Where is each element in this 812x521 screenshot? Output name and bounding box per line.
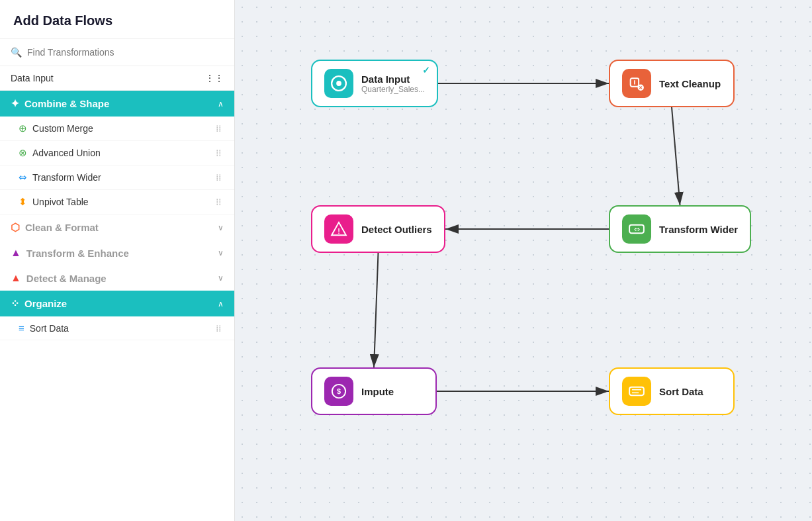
node-text-cleanup[interactable]: ✕Text Cleanup bbox=[609, 60, 735, 107]
section-header-organize[interactable]: ⁘Organize∧ bbox=[0, 291, 234, 316]
sections-container: ✦Combine & Shape∧⊕Custom Merge⁞⁞⊗Advance… bbox=[0, 91, 234, 340]
sidebar: Add Data Flows 🔍 Data Input ⋮⋮ ✦Combine … bbox=[0, 0, 235, 521]
node-title-detect-outliers: Detect Outliers bbox=[361, 224, 432, 235]
search-bar[interactable]: 🔍 bbox=[0, 39, 234, 66]
item-label-0: Sort Data bbox=[30, 323, 69, 334]
node-icon-detect-outliers: ! bbox=[324, 214, 353, 244]
node-title-transform-wider: Transform Wider bbox=[659, 224, 738, 235]
sidebar-item-transform-wider[interactable]: ⇔Transform Wider⁞⁞ bbox=[0, 166, 234, 190]
node-icon-transform-wider: ⇔ bbox=[622, 214, 651, 244]
section-label-detect-manage: Detect & Manage bbox=[26, 273, 107, 284]
sub-items-organize: ≡Sort Data⁞⁞ bbox=[0, 316, 234, 340]
section-label-transform-enhance: Transform & Enhance bbox=[26, 248, 129, 259]
sidebar-item-advanced-union[interactable]: ⊗Advanced Union⁞⁞ bbox=[0, 141, 234, 166]
node-text-transform-wider: Transform Wider bbox=[659, 224, 738, 235]
checkmark-icon: ✓ bbox=[422, 65, 430, 75]
sub-items-combine-shape: ⊕Custom Merge⁞⁞⊗Advanced Union⁞⁞⇔Transfo… bbox=[0, 117, 234, 214]
section-label-organize: Organize bbox=[24, 298, 67, 309]
item-drag-handle-1[interactable]: ⁞⁞ bbox=[216, 148, 221, 158]
item-icon-1: ⊗ bbox=[19, 147, 27, 159]
node-icon-sort-data bbox=[622, 377, 651, 406]
node-icon-text-cleanup: ✕ bbox=[622, 69, 651, 98]
data-input-row[interactable]: Data Input ⋮⋮ bbox=[0, 66, 234, 91]
node-title-text-cleanup: Text Cleanup bbox=[659, 78, 721, 89]
node-text-impute: Impute bbox=[361, 386, 394, 397]
item-label-0: Custom Merge bbox=[32, 123, 93, 134]
node-title-sort-data: Sort Data bbox=[659, 386, 703, 397]
node-transform-wider[interactable]: ⇔Transform Wider bbox=[609, 205, 751, 253]
section-header-clean-format[interactable]: ⬡Clean & Format∨ bbox=[0, 214, 234, 240]
item-drag-handle-2[interactable]: ⁞⁞ bbox=[216, 172, 221, 183]
node-subtitle-data-input: Quarterly_Sales... bbox=[361, 85, 425, 94]
node-text-text-cleanup: Text Cleanup bbox=[659, 78, 721, 89]
svg-text:⇔: ⇔ bbox=[634, 225, 640, 233]
svg-text:✕: ✕ bbox=[639, 85, 643, 90]
section-icon-organize: ⁘ bbox=[11, 297, 19, 310]
chevron-icon-organize: ∧ bbox=[218, 299, 224, 308]
node-impute[interactable]: $Impute bbox=[311, 367, 437, 415]
item-drag-handle-0[interactable]: ⁞⁞ bbox=[216, 323, 221, 334]
item-icon-2: ⇔ bbox=[19, 171, 27, 183]
svg-line-22 bbox=[374, 253, 379, 367]
sidebar-item-custom-merge[interactable]: ⊕Custom Merge⁞⁞ bbox=[0, 117, 234, 141]
section-header-combine-shape[interactable]: ✦Combine & Shape∧ bbox=[0, 91, 234, 117]
section-header-detect-manage[interactable]: ▲Detect & Manage∨ bbox=[0, 265, 234, 291]
search-input[interactable] bbox=[27, 47, 224, 58]
section-label-clean-format: Clean & Format bbox=[25, 222, 99, 233]
section-icon-detect-manage: ▲ bbox=[11, 272, 21, 284]
node-icon-impute: $ bbox=[324, 377, 353, 406]
item-label-1: Advanced Union bbox=[32, 148, 101, 158]
svg-text:$: $ bbox=[337, 387, 341, 395]
svg-point-1 bbox=[336, 81, 341, 86]
item-label-2: Transform Wider bbox=[32, 172, 101, 183]
section-label-combine-shape: Combine & Shape bbox=[24, 98, 109, 109]
svg-line-18 bbox=[672, 107, 680, 205]
item-drag-handle-0[interactable]: ⁞⁞ bbox=[216, 123, 221, 134]
search-icon: 🔍 bbox=[11, 47, 22, 58]
item-drag-handle-3[interactable]: ⁞⁞ bbox=[216, 197, 221, 207]
svg-text:!: ! bbox=[338, 227, 340, 235]
section-icon-combine-shape: ✦ bbox=[11, 97, 19, 110]
item-icon-0: ≡ bbox=[19, 322, 24, 334]
section-icon-clean-format: ⬡ bbox=[11, 221, 20, 234]
chevron-icon-detect-manage: ∨ bbox=[218, 273, 224, 283]
node-icon-data-input bbox=[324, 69, 353, 98]
node-text-data-input: Data InputQuarterly_Sales... bbox=[361, 73, 425, 94]
item-label-3: Unpivot Table bbox=[32, 197, 89, 207]
section-header-transform-enhance[interactable]: ▲Transform & Enhance∨ bbox=[0, 240, 234, 265]
node-text-sort-data: Sort Data bbox=[659, 386, 703, 397]
node-text-detect-outliers: Detect Outliers bbox=[361, 224, 432, 235]
drag-icon: ⋮⋮ bbox=[205, 73, 224, 83]
svg-rect-12 bbox=[629, 387, 644, 395]
chevron-icon-combine-shape: ∧ bbox=[218, 99, 224, 109]
node-title-impute: Impute bbox=[361, 386, 394, 397]
item-icon-3: ⬍ bbox=[19, 196, 27, 208]
node-title-data-input: Data Input bbox=[361, 73, 425, 85]
item-icon-0: ⊕ bbox=[19, 122, 27, 134]
chevron-icon-clean-format: ∨ bbox=[218, 223, 224, 232]
page-title: Add Data Flows bbox=[0, 0, 234, 39]
node-sort-data[interactable]: Sort Data bbox=[609, 367, 735, 415]
sidebar-item-sort-data[interactable]: ≡Sort Data⁞⁞ bbox=[0, 316, 234, 340]
section-icon-transform-enhance: ▲ bbox=[11, 247, 21, 259]
node-detect-outliers[interactable]: !Detect Outliers bbox=[311, 205, 445, 253]
node-data-input[interactable]: ✓Data InputQuarterly_Sales... bbox=[311, 60, 438, 107]
data-input-label: Data Input bbox=[11, 73, 54, 83]
canvas: ✓Data InputQuarterly_Sales...✕Text Clean… bbox=[235, 0, 812, 521]
chevron-icon-transform-enhance: ∨ bbox=[218, 248, 224, 258]
sidebar-item-unpivot-table[interactable]: ⬍Unpivot Table⁞⁞ bbox=[0, 190, 234, 214]
